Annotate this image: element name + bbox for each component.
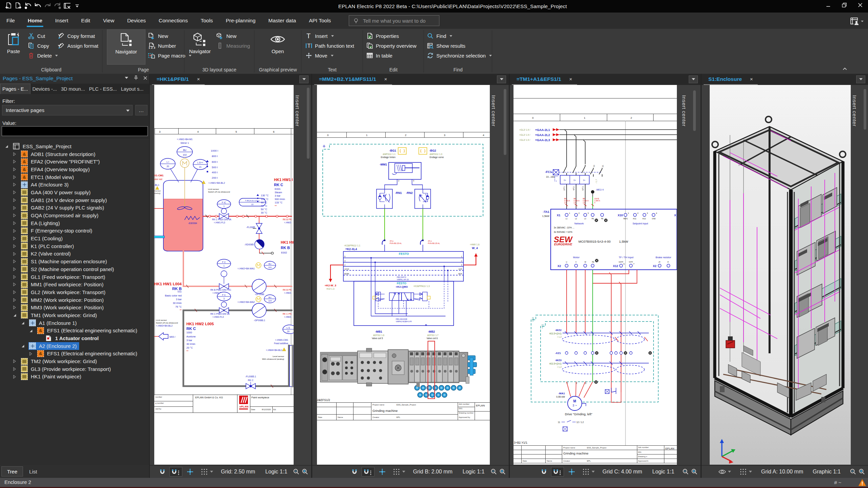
- copy-format-button[interactable]: Copy format: [58, 31, 95, 40]
- expand-icon[interactable]: [13, 306, 16, 309]
- tree-item[interactable]: & TM1 (Work workpiece: Grind): [0, 311, 149, 319]
- view-mode-tab[interactable]: Tree: [1, 466, 23, 476]
- doc4-grid-dropdown-chevron[interactable]: [748, 467, 753, 476]
- page-forward-icon[interactable]: [14, 1, 23, 10]
- expand-icon[interactable]: [13, 298, 16, 302]
- panel-close-icon[interactable]: [143, 76, 147, 80]
- tree-item[interactable]: & EA (Lighting): [0, 219, 149, 227]
- expand-icon[interactable]: [13, 183, 16, 186]
- expand-icon[interactable]: [13, 367, 16, 371]
- ribbon-tab[interactable]: Connections: [152, 13, 194, 29]
- expand-icon[interactable]: [13, 260, 16, 263]
- doc1-scrollbar[interactable]: [307, 88, 310, 159]
- filter-more-button[interactable]: ...: [135, 105, 147, 115]
- doc1-grid-dropdown-chevron[interactable]: [209, 467, 214, 476]
- find-button[interactable]: Find: [427, 31, 452, 40]
- expand-icon[interactable]: [13, 198, 16, 202]
- doc3-tab[interactable]: =TM1+A1&EFS1/1 ×: [512, 74, 577, 85]
- tree-item[interactable]: & GQA (Compressed air supply): [0, 212, 149, 219]
- copy-button[interactable]: Copy: [28, 41, 49, 50]
- undo-history-icon[interactable]: [24, 1, 32, 10]
- doc1-tab-list-button[interactable]: [299, 75, 309, 83]
- doc4-grid-icon[interactable]: [739, 467, 748, 476]
- tree-item[interactable]: & MM1 (Feed workpiece: Position: [0, 281, 149, 288]
- ribbon-display-options-icon[interactable]: [850, 17, 865, 26]
- filter-dropdown[interactable]: Interactive pages: [2, 105, 133, 115]
- tree-item[interactable]: & K2 (Valve control): [0, 250, 149, 258]
- expand-icon[interactable]: [13, 191, 16, 194]
- collapse-icon[interactable]: [13, 313, 17, 317]
- cut-button[interactable]: Cut: [28, 31, 45, 40]
- expand-icon[interactable]: [13, 359, 16, 363]
- doc4-view-eye-icon[interactable]: [718, 467, 727, 476]
- doc4-tab-close-icon[interactable]: ×: [750, 76, 753, 82]
- tree-item[interactable]: & GAB2 (24 V supply PLC signals: [0, 204, 149, 212]
- tree-item[interactable]: & EC1 (Cooling): [0, 235, 149, 242]
- close-button[interactable]: [852, 0, 868, 10]
- doc4-canvas[interactable]: Insert center: [702, 85, 868, 465]
- tree-item[interactable]: & TM2 (Work workpiece: Grind): [0, 357, 149, 365]
- tree-item[interactable]: & EFS1 (Electrical engineering: [0, 327, 149, 335]
- doc3-grid-dropdown-chevron[interactable]: [590, 467, 596, 476]
- graphical-preview-open-button[interactable]: Open: [267, 29, 289, 65]
- page-number-button[interactable]: 1 2 3 Number: [148, 41, 176, 50]
- synchronize-selection-button[interactable]: Synchronize selection: [427, 51, 492, 60]
- tree-item[interactable]: & GAB1 (24 V device power suppl: [0, 196, 149, 204]
- text-move-button[interactable]: Move: [305, 51, 334, 60]
- expand-icon[interactable]: [13, 214, 16, 217]
- doc3-coordinates-icon[interactable]: [567, 467, 576, 476]
- pages-panel-tab[interactable]: Layout s...: [119, 84, 145, 94]
- tree-item[interactable]: & GAA (400 V power supply): [0, 188, 149, 196]
- doc4-zoom-out-icon[interactable]: [848, 467, 857, 476]
- tree-item[interactable]: & K1 (PLC controller): [0, 242, 149, 250]
- doc1-canvas[interactable]: 3 4 5 6 BU 102 =.HW1+B4-M1 Stirrer: [150, 85, 311, 465]
- expand-icon[interactable]: [13, 221, 16, 225]
- ribbon-tab[interactable]: Home: [21, 13, 49, 29]
- doc1-tab[interactable]: =HK1&PFB/1 ×: [152, 74, 205, 85]
- doc3-tab-list-button[interactable]: [689, 75, 698, 83]
- expand-icon[interactable]: [13, 267, 16, 271]
- path-function-text-button[interactable]: T Path function text: [305, 41, 354, 50]
- expand-icon[interactable]: [13, 160, 16, 163]
- tree-item[interactable]: & GL3 (Provide workpiece: Trans: [0, 365, 149, 373]
- doc1-zoom-window-icon[interactable]: [300, 467, 309, 476]
- tree-item[interactable]: & EFA2 (Overview "PROFINET"): [0, 158, 149, 165]
- in-table-button[interactable]: In table: [366, 51, 392, 60]
- restore-button[interactable]: [836, 0, 852, 10]
- tree-item[interactable]: & A2 (Enclosure 2): [0, 342, 149, 350]
- text-insert-button[interactable]: T Insert: [305, 31, 334, 40]
- tree-item[interactable]: & S1 (Machine operation enclosu: [0, 258, 149, 265]
- delete-button[interactable]: Delete: [28, 51, 58, 60]
- doc2-zoom-out-icon[interactable]: [489, 467, 498, 476]
- tree-item[interactable]: & ADB1 (Structure description): [0, 150, 149, 158]
- pages-panel-tab[interactable]: PLC - ESS...: [87, 84, 119, 94]
- page-navigator-button[interactable]: Navigator: [107, 29, 145, 65]
- collapse-ribbon-icon[interactable]: [843, 66, 847, 72]
- ribbon-tab[interactable]: Tools: [194, 13, 219, 29]
- tree-item[interactable]: & ESS_Sample_Project: [0, 142, 149, 150]
- tree-item[interactable]: & GL1 (Feed workpiece: Transpor: [0, 273, 149, 281]
- 3d-navigator-button[interactable]: Navigator: [187, 29, 213, 65]
- collapse-icon[interactable]: [21, 344, 25, 348]
- expand-icon[interactable]: [13, 152, 16, 156]
- doc2-tab[interactable]: =MM2+B2.Y1&MFS11/1 ×: [314, 74, 392, 85]
- doc3-snap-icon[interactable]: [540, 467, 548, 476]
- doc2-snap-grid-icon[interactable]: [362, 467, 374, 476]
- doc1-grid-icon[interactable]: [200, 467, 209, 476]
- ribbon-tab[interactable]: View: [97, 13, 121, 29]
- tree-item[interactable]: & F (Emergency-stop control): [0, 227, 149, 235]
- tree-item[interactable]: & HK1 (Paint workpiece): [0, 373, 149, 381]
- value-input[interactable]: [2, 126, 148, 136]
- collapse-icon[interactable]: [29, 329, 33, 333]
- doc1-snap-grid-icon[interactable]: [169, 467, 182, 476]
- collapse-icon[interactable]: [21, 321, 25, 325]
- 3d-new-button[interactable]: New: [216, 31, 236, 40]
- tree-item[interactable]: & A4 (Enclosure 3): [0, 181, 149, 188]
- ribbon-tab[interactable]: Master data: [262, 13, 302, 29]
- doc2-coordinates-icon[interactable]: [378, 467, 387, 476]
- expand-icon[interactable]: [13, 237, 16, 240]
- doc2-insert-center-tab[interactable]: Insert center: [490, 95, 497, 127]
- tree-item[interactable]: & ETC1 (Model view): [0, 173, 149, 181]
- doc4-scrollbar[interactable]: [864, 89, 866, 130]
- tree-item[interactable]: & S2 (Machine operation control: [0, 265, 149, 273]
